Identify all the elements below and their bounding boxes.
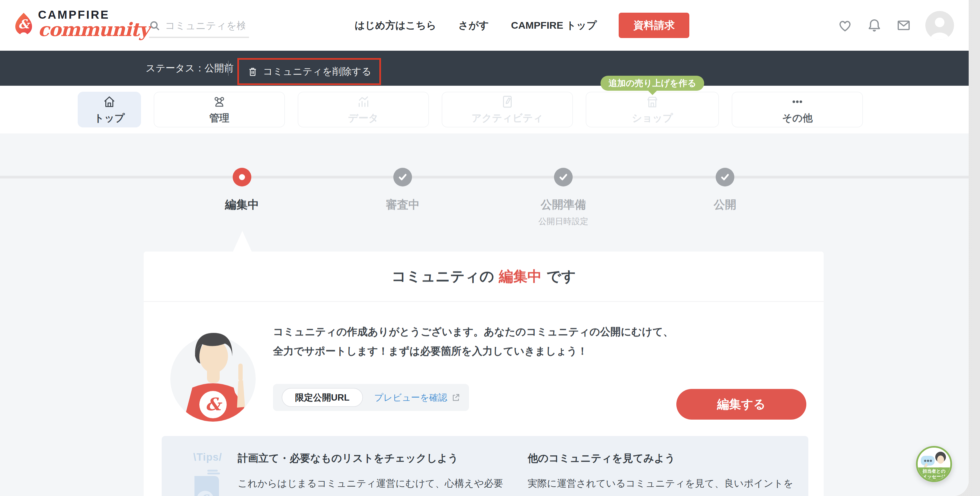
limited-url-button[interactable]: 限定公開URL bbox=[282, 388, 363, 407]
progress-line bbox=[0, 176, 969, 179]
search-input[interactable] bbox=[165, 20, 245, 31]
url-row: 限定公開URL プレビューを確認 bbox=[273, 384, 469, 411]
tips-book-icon: & bbox=[188, 465, 228, 496]
user-avatar[interactable] bbox=[925, 11, 954, 40]
main-content: 編集中 審査中 公開準備 公開日時設定 公開 コミュニティの 編 bbox=[0, 134, 969, 496]
card-pointer bbox=[233, 231, 252, 252]
step-editing-dot bbox=[233, 168, 251, 187]
tips-section: \Tips/ & 計画立て・必要なものリストをチェックしよう これからはじまるコ… bbox=[162, 436, 808, 496]
mascot-illustration: & bbox=[163, 326, 263, 426]
header: & CAMPFIRE community はじめ方はこちら さがす CAMPFI… bbox=[0, 0, 969, 51]
tab-manage[interactable]: 管理 bbox=[154, 92, 285, 128]
chat-label-line1: 担当者との bbox=[922, 469, 946, 474]
heart-icon[interactable] bbox=[837, 18, 853, 33]
tip-browse-title: 他のコミュニティを見てみよう bbox=[528, 451, 794, 465]
activity-doc-icon bbox=[500, 94, 515, 109]
svg-text:&: & bbox=[18, 17, 30, 31]
step-review-check-icon bbox=[393, 168, 412, 187]
delete-community-label: コミュニティを削除する bbox=[263, 65, 371, 78]
card-title: コミュニティの 編集中 です bbox=[144, 252, 824, 302]
svg-text:&: & bbox=[205, 394, 223, 414]
brand-community: community bbox=[38, 21, 149, 37]
step-prepare-sublabel: 公開日時設定 bbox=[523, 216, 603, 227]
nav-campfire-top[interactable]: CAMPFIRE トップ bbox=[511, 19, 597, 32]
step-review: 審査中 bbox=[363, 168, 443, 212]
staff-message-widget[interactable]: 担当者との メッセージ bbox=[916, 446, 952, 482]
request-materials-button[interactable]: 資料請求 bbox=[619, 13, 689, 38]
tip-browse-body: 実際に運営されているコミュニティを見て、良いポイントを真似てみるのがおすすめです… bbox=[528, 475, 794, 496]
ellipsis-icon bbox=[790, 94, 805, 109]
tab-bar: トップ 管理 データ アクティビティ 追加の売り上げを作る bbox=[0, 86, 969, 134]
tab-data[interactable]: データ bbox=[298, 92, 429, 128]
header-nav: はじめ方はこちら さがす CAMPFIRE トップ 資料請求 bbox=[355, 0, 689, 51]
header-icons bbox=[823, 0, 954, 51]
campfire-flame-icon: & bbox=[14, 12, 33, 35]
tip-browse: 他のコミュニティを見てみよう 実際に運営されているコミュニティを見て、良いポイン… bbox=[528, 451, 794, 496]
home-icon bbox=[102, 94, 117, 109]
chat-label-line2: メッセージ bbox=[922, 474, 946, 479]
tip-plan-title: 計画立て・必要なものリストをチェックしよう bbox=[238, 451, 511, 465]
tab-top[interactable]: トップ bbox=[78, 92, 141, 128]
community-status: ステータス：公開前 bbox=[146, 51, 234, 86]
external-link-icon bbox=[451, 393, 460, 402]
tab-shop[interactable]: 追加の売り上げを作る ショップ bbox=[585, 92, 719, 128]
tip-plan-body: これからはじまるコミュニティ運営にむけて、心構えや必要なことをチェックしましょう… bbox=[238, 475, 511, 496]
step-prepare-check-icon bbox=[554, 168, 573, 187]
status-card: コミュニティの 編集中 です & bbox=[144, 252, 824, 496]
avatar-placeholder-icon bbox=[925, 11, 954, 40]
tips-badge-col: \Tips/ & bbox=[181, 451, 234, 496]
step-published-check-icon bbox=[716, 168, 734, 187]
svg-text:&: & bbox=[199, 492, 212, 496]
tip-plan: 計画立て・必要なものリストをチェックしよう これからはじまるコミュニティ運営にむ… bbox=[238, 451, 511, 496]
community-search bbox=[149, 15, 249, 38]
trash-icon bbox=[247, 66, 258, 77]
tips-badge: \Tips/ bbox=[181, 451, 234, 463]
card-title-highlight: 編集中 bbox=[499, 267, 542, 286]
status-divider bbox=[228, 61, 229, 76]
mail-icon[interactable] bbox=[896, 18, 912, 33]
step-published: 公開 bbox=[685, 168, 765, 212]
nav-search[interactable]: さがす bbox=[458, 19, 489, 32]
status-bar: ステータス：公開前 コミュニティを削除する bbox=[0, 51, 969, 86]
chart-icon bbox=[356, 94, 371, 109]
tab-more[interactable]: その他 bbox=[732, 92, 863, 128]
step-prepare: 公開準備 公開日時設定 bbox=[523, 168, 603, 227]
members-icon bbox=[212, 94, 227, 109]
page: & CAMPFIRE community はじめ方はこちら さがす CAMPFI… bbox=[0, 0, 969, 496]
edit-button[interactable]: 編集する bbox=[676, 389, 807, 419]
shop-icon bbox=[645, 94, 660, 109]
brand-logo[interactable]: & CAMPFIRE community bbox=[14, 8, 149, 37]
tab-activity[interactable]: アクティビティ bbox=[442, 92, 573, 128]
preview-link[interactable]: プレビューを確認 bbox=[374, 392, 460, 403]
step-editing: 編集中 bbox=[202, 168, 282, 212]
delete-community-button[interactable]: コミュニティを削除する bbox=[237, 58, 381, 85]
search-icon bbox=[149, 20, 160, 31]
welcome-message: コミュニティの作成ありがとうございます。あなたのコミュニティの公開にむけて、 全… bbox=[273, 322, 673, 361]
shop-tooltip: 追加の売り上げを作る bbox=[600, 76, 704, 91]
nav-getting-started[interactable]: はじめ方はこちら bbox=[355, 19, 436, 32]
bell-icon[interactable] bbox=[867, 18, 882, 33]
